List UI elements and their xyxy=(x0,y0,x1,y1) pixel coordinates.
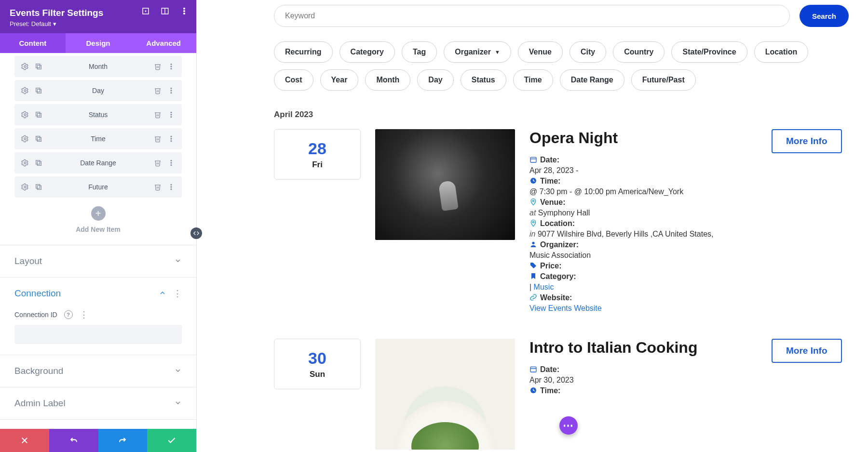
search-button[interactable]: Search xyxy=(800,5,849,27)
date-day: Fri xyxy=(274,160,360,170)
preset-selector[interactable]: Preset: Default ▾ xyxy=(10,20,187,27)
filter-item-row[interactable]: Month xyxy=(14,56,182,77)
section-more-icon[interactable]: ⋮ xyxy=(173,288,182,299)
filter-chip[interactable]: Organizer▼ xyxy=(444,41,511,63)
keyword-input[interactable] xyxy=(274,5,790,27)
event-info: Intro to Italian Cooking Date: Apr 30, 2… xyxy=(529,339,757,397)
more-info-button[interactable]: More Info xyxy=(772,129,842,153)
trash-icon[interactable] xyxy=(154,159,162,167)
svg-point-12 xyxy=(171,68,172,69)
gear-icon[interactable] xyxy=(21,63,29,70)
tab-content[interactable]: Content xyxy=(0,33,66,53)
gear-icon[interactable] xyxy=(21,111,29,119)
resize-handle[interactable] xyxy=(190,227,202,239)
svg-point-10 xyxy=(171,64,172,65)
filter-chip[interactable]: Cost xyxy=(274,69,313,91)
add-item-button[interactable]: + xyxy=(91,206,106,221)
help-icon[interactable]: ? xyxy=(64,310,73,319)
event-card: 28 Fri Opera Night Date: Apr 28, 2023 - … xyxy=(274,129,849,315)
more-info-button[interactable]: More Info xyxy=(772,339,842,363)
filter-chip[interactable]: Future/Past xyxy=(631,69,696,91)
more-icon[interactable] xyxy=(167,183,175,191)
filter-item-row[interactable]: Future xyxy=(14,176,182,198)
connection-body: Connection ID ? ⋮ xyxy=(0,309,196,355)
gear-icon[interactable] xyxy=(21,183,29,191)
pin-icon xyxy=(529,219,537,227)
svg-point-5 xyxy=(184,11,185,12)
svg-rect-9 xyxy=(36,64,40,68)
date-box: 28 Fri xyxy=(274,129,361,180)
website-link[interactable]: View Events Website xyxy=(529,304,602,312)
person-icon xyxy=(529,240,537,248)
more-icon[interactable] xyxy=(167,111,175,119)
filter-item-row[interactable]: Time xyxy=(14,128,182,149)
filter-chip[interactable]: Day xyxy=(417,69,453,91)
svg-point-36 xyxy=(171,165,172,166)
filter-chip[interactable]: Date Range xyxy=(560,69,624,91)
filter-chip[interactable]: Status xyxy=(461,69,506,91)
duplicate-icon[interactable] xyxy=(35,111,42,119)
more-icon[interactable] xyxy=(167,135,175,143)
trash-icon[interactable] xyxy=(154,63,162,70)
filter-chip[interactable]: Country xyxy=(613,41,665,63)
tab-design[interactable]: Design xyxy=(66,33,131,53)
gear-icon[interactable] xyxy=(21,159,29,167)
section-connection[interactable]: Connection ⋮ xyxy=(0,277,196,309)
more-icon[interactable] xyxy=(167,87,175,94)
sidebar-header: Events Filter Settings Preset: Default ▾ xyxy=(0,0,196,33)
trash-icon[interactable] xyxy=(154,87,162,94)
filter-chip[interactable]: Year xyxy=(320,69,359,91)
filter-chip[interactable]: Category xyxy=(339,41,395,63)
connection-id-input[interactable] xyxy=(14,325,182,344)
tab-advanced[interactable]: Advanced xyxy=(131,33,196,53)
pin-icon xyxy=(529,198,537,206)
section-layout[interactable]: Layout xyxy=(0,245,196,277)
field-more-icon[interactable]: ⋮ xyxy=(80,309,88,320)
filter-chip[interactable]: Month xyxy=(365,69,410,91)
trash-icon[interactable] xyxy=(154,111,162,119)
expand-icon[interactable] xyxy=(141,7,150,15)
filter-item-row[interactable]: Date Range xyxy=(14,152,182,173)
cancel-button[interactable] xyxy=(0,429,49,452)
more-icon[interactable] xyxy=(167,63,175,70)
save-button[interactable] xyxy=(147,429,196,452)
columns-icon[interactable] xyxy=(161,7,169,15)
svg-point-23 xyxy=(171,114,172,115)
duplicate-icon[interactable] xyxy=(35,183,42,191)
section-background[interactable]: Background xyxy=(0,355,196,387)
filter-chip[interactable]: Tag xyxy=(402,41,437,63)
svg-point-30 xyxy=(171,141,172,142)
duplicate-icon[interactable] xyxy=(35,63,42,70)
event-image xyxy=(375,339,515,450)
filter-chip[interactable]: Location xyxy=(754,41,809,63)
duplicate-icon[interactable] xyxy=(35,159,42,167)
event-title: Intro to Italian Cooking xyxy=(529,339,757,357)
svg-point-6 xyxy=(184,13,185,14)
gear-icon[interactable] xyxy=(21,87,29,94)
svg-rect-32 xyxy=(37,161,41,165)
filter-item-row[interactable]: Day xyxy=(14,80,182,101)
svg-rect-27 xyxy=(36,136,40,140)
more-icon[interactable] xyxy=(180,7,189,15)
gear-icon[interactable] xyxy=(21,135,29,143)
chevron-down-icon xyxy=(174,257,182,266)
floating-action-button[interactable]: ⋯ xyxy=(559,416,578,435)
filter-item-row[interactable]: Status xyxy=(14,104,182,125)
redo-button[interactable] xyxy=(98,429,148,452)
calendar-icon xyxy=(529,156,537,163)
item-label: Status xyxy=(89,111,108,119)
filter-chip[interactable]: Time xyxy=(513,69,553,91)
section-admin-label[interactable]: Admin Label xyxy=(0,387,196,420)
more-icon[interactable] xyxy=(167,159,175,167)
undo-button[interactable] xyxy=(49,429,98,452)
filter-chip[interactable]: Recurring xyxy=(274,41,333,63)
event-time: @ 7:30 pm - @ 10:00 pm America/New_York xyxy=(529,187,757,196)
category-link[interactable]: Music xyxy=(534,283,554,291)
trash-icon[interactable] xyxy=(154,183,162,191)
trash-icon[interactable] xyxy=(154,135,162,143)
duplicate-icon[interactable] xyxy=(35,87,42,94)
duplicate-icon[interactable] xyxy=(35,135,42,143)
filter-chip[interactable]: Venue xyxy=(518,41,563,63)
filter-chip[interactable]: City xyxy=(570,41,606,63)
filter-chip[interactable]: State/Province xyxy=(671,41,747,63)
